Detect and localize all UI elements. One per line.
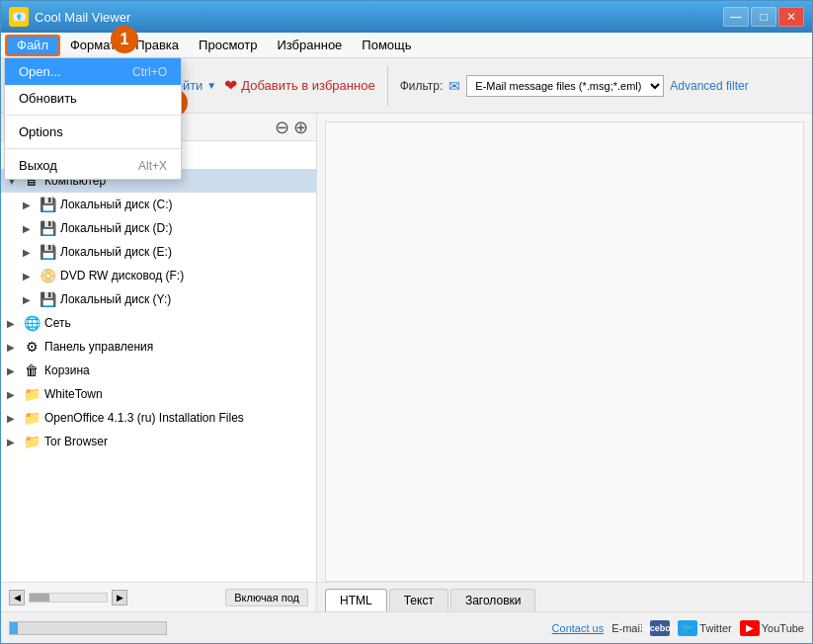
tree-label-drive-d: Локальный диск (D:) (60, 221, 173, 235)
badge-1: 1 (111, 26, 138, 53)
tree-item-tor[interactable]: ▶ 📁 Tor Browser (1, 430, 316, 453)
whitetown-icon: 📁 (23, 385, 41, 403)
tree-item-drive-y[interactable]: ▶ 💾 Локальный диск (Y:) (1, 287, 316, 311)
menu-view[interactable]: Просмотр (189, 35, 267, 56)
tree-view[interactable]: ▶ 💻 ПК ▼ 🖥 Компьютер ▶ 💾 Локальный диск … (1, 141, 316, 582)
tree-item-whitetown[interactable]: ▶ 📁 WhiteTown (1, 382, 316, 406)
open-label: Open... (19, 64, 61, 79)
heart-icon: ❤ (224, 76, 237, 95)
tree-label-drive-e: Локальный диск (E:) (60, 245, 172, 259)
scroll-right-button[interactable]: ▶ (112, 590, 127, 605)
include-subfolders-button[interactable]: Включая под (225, 589, 308, 606)
close-button[interactable]: ✕ (778, 7, 804, 27)
tree-arrow-network: ▶ (7, 318, 23, 329)
twitter-button[interactable]: 🐦 (678, 620, 697, 636)
tree-arrow-e: ▶ (23, 247, 39, 258)
tree-label-cp: Панель управления (44, 340, 153, 354)
open-shortcut: Ctrl+O (132, 65, 167, 79)
menu-file[interactable]: Файл (5, 35, 60, 56)
menu-help[interactable]: Помощь (352, 35, 421, 56)
menu-refresh[interactable]: Обновить (5, 85, 181, 112)
advanced-filter-button[interactable]: Advanced filter (670, 79, 748, 93)
right-panel: HTML Текст Заголовки (317, 114, 812, 611)
status-right: Contact us E-mail Facebook 🐦 Twitter ▶ Y… (552, 620, 804, 636)
drive-d-icon: 💾 (39, 219, 56, 237)
tree-label-tor: Tor Browser (44, 435, 108, 448)
tree-item-drive-e[interactable]: ▶ 💾 Локальный диск (E:) (1, 240, 316, 264)
tree-label-openoffice: OpenOffice 4.1.3 (ru) Installation Files (44, 411, 244, 425)
youtube-section: ▶ YouTube (740, 620, 804, 636)
dropdown-separator-1 (5, 115, 181, 116)
app-icon: 📧 (9, 7, 29, 27)
scroll-area: ◀ ▶ (9, 590, 127, 605)
tab-text[interactable]: Текст (389, 589, 448, 611)
menu-open[interactable]: Open... Ctrl+O (5, 58, 181, 85)
header-nav: ⊖ ⊕ (275, 117, 308, 138)
file-dropdown-menu: Open... Ctrl+O Обновить Options Выход Al… (4, 57, 182, 180)
tree-item-drive-f[interactable]: ▶ 📀 DVD RW дисковод (F:) (1, 264, 316, 287)
youtube-label: YouTube (762, 622, 804, 634)
tree-label-whitetown: WhiteTown (44, 387, 103, 401)
contact-link[interactable]: Contact us (552, 622, 605, 634)
drive-y-icon: 💾 (39, 290, 56, 308)
dropdown-separator-2 (5, 148, 181, 149)
maximize-button[interactable]: □ (751, 7, 776, 27)
facebook-label: Facebook (639, 623, 681, 633)
tab-headers[interactable]: Заголовки (450, 589, 536, 611)
scroll-thumb (30, 594, 49, 602)
tree-arrow-c: ▶ (23, 200, 39, 210)
tree-label-drive-y: Локальный диск (Y:) (60, 292, 171, 306)
drive-e-icon: 💾 (39, 243, 56, 261)
tree-arrow-y: ▶ (23, 294, 39, 305)
tree-label-recycle: Корзина (44, 363, 90, 377)
tree-item-drive-d[interactable]: ▶ 💾 Локальный диск (D:) (1, 216, 316, 240)
tree-arrow-whitetown: ▶ (7, 389, 23, 400)
tree-item-control-panel[interactable]: ▶ ⚙ Панель управления (1, 335, 316, 359)
email-icon: ✉ (448, 78, 460, 94)
add-favorite-button[interactable]: ❤ Добавить в избранное (224, 76, 374, 95)
youtube-play-icon: ▶ (746, 623, 753, 633)
tab-html[interactable]: HTML (325, 589, 387, 611)
email-label: E-mail (611, 622, 642, 634)
tree-arrow-cp: ▶ (7, 342, 23, 353)
options-label: Options (19, 124, 63, 139)
youtube-button[interactable]: ▶ (740, 620, 760, 636)
openoffice-icon: 📁 (23, 409, 41, 427)
toolbar-separator-2 (387, 66, 388, 106)
next-nav-button[interactable]: ⊕ (293, 117, 308, 138)
facebook-button[interactable]: Facebook (650, 620, 670, 636)
tree-label-drive-c: Локальный диск (C:) (60, 198, 173, 211)
network-icon: 🌐 (23, 314, 41, 332)
tree-item-openoffice[interactable]: ▶ 📁 OpenOffice 4.1.3 (ru) Installation F… (1, 406, 316, 430)
filter-dropdown[interactable]: E-Mail message files (*.msg;*.eml) (466, 75, 664, 97)
tree-label-network: Сеть (44, 316, 71, 330)
twitter-bird-icon: 🐦 (682, 622, 693, 633)
status-bar: Contact us E-mail Facebook 🐦 Twitter ▶ Y… (1, 611, 812, 643)
drive-c-icon: 💾 (39, 196, 56, 213)
prev-nav-button[interactable]: ⊖ (275, 117, 289, 138)
tree-item-recycle[interactable]: ▶ 🗑 Корзина (1, 359, 316, 382)
left-panel: ➜ FileName ⊖ ⊕ ▶ 💻 ПК ▼ 🖥 Компьютер (1, 114, 317, 611)
tree-arrow-f: ▶ (23, 271, 39, 282)
progress-fill (10, 622, 18, 634)
twitter-label: Twitter (699, 622, 731, 634)
tab-bar: HTML Текст Заголовки (317, 582, 812, 611)
menu-options[interactable]: Options (5, 119, 181, 145)
control-panel-icon: ⚙ (23, 338, 41, 356)
menu-favorites[interactable]: Избранное (267, 35, 352, 56)
filter-label: Фильтр: (400, 79, 444, 93)
scroll-left-button[interactable]: ◀ (9, 590, 25, 605)
scroll-track (29, 593, 108, 603)
drive-f-icon: 📀 (39, 267, 56, 284)
recycle-icon: 🗑 (23, 362, 41, 379)
main-area: ➜ FileName ⊖ ⊕ ▶ 💻 ПК ▼ 🖥 Компьютер (1, 114, 812, 611)
twitter-section: 🐦 Twitter (678, 620, 731, 636)
menu-exit[interactable]: Выход Alt+X (5, 152, 181, 179)
tree-item-drive-c[interactable]: ▶ 💾 Локальный диск (C:) (1, 193, 316, 216)
tor-icon: 📁 (23, 433, 41, 450)
exit-label: Выход (19, 158, 57, 173)
minimize-button[interactable]: — (723, 7, 749, 27)
refresh-label: Обновить (19, 91, 77, 106)
tree-item-network[interactable]: ▶ 🌐 Сеть (1, 311, 316, 335)
filter-section: Фильтр: ✉ E-Mail message files (*.msg;*.… (400, 75, 749, 97)
